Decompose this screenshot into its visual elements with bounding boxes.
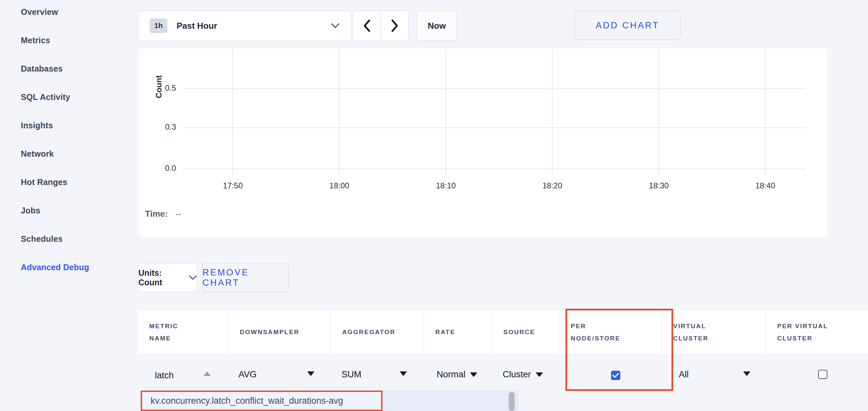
time-window-pager: [353, 10, 409, 41]
header-source: SOURCE: [492, 311, 559, 353]
time-range-badge: 1h: [150, 19, 167, 33]
header-downsampler: DOWNSAMPLER: [228, 311, 330, 353]
virtual-cluster-select[interactable]: All: [679, 370, 689, 380]
y-gridline: [182, 127, 806, 128]
aggregator-select-arrow[interactable]: [400, 371, 407, 376]
rate-value: Normal: [437, 370, 465, 380]
header-per-virtual-cluster: PER VIRTUAL CLUSTER: [766, 311, 868, 353]
metric-name-input[interactable]: [155, 369, 205, 382]
metric-table-header: METRIC NAME DOWNSAMPLER AGGREGATOR RATE …: [138, 311, 868, 353]
downsampler-value: AVG: [239, 370, 257, 380]
sidebar-item-metrics[interactable]: Metrics: [21, 36, 89, 64]
aggregator-value: SUM: [342, 370, 361, 380]
remove-chart-button[interactable]: REMOVE CHART: [202, 263, 289, 292]
virtual-cluster-value: All: [679, 370, 689, 380]
header-virtual-cluster: VIRTUAL CLUSTER: [662, 311, 765, 353]
sidebar: Overview Metrics Databases SQL Activity …: [0, 0, 138, 411]
x-tick-label: 17:50: [210, 181, 256, 190]
y-tick-label: 0.3: [149, 123, 176, 132]
header-rate: RATE: [424, 311, 491, 353]
triangle-down-icon: [307, 371, 314, 376]
chevron-down-icon: [189, 275, 197, 280]
x-tick-label: 18:30: [636, 181, 682, 190]
hover-time-value: --: [175, 209, 181, 219]
time-range-dropdown[interactable]: 1h Past Hour: [138, 10, 351, 41]
per-node-store-checkbox[interactable]: [611, 371, 620, 380]
chart-card: Count 17:5018:0018:1018:2018:3018:400.50…: [138, 48, 828, 238]
sidebar-item-network[interactable]: Network: [21, 149, 89, 177]
chevron-right-icon: [391, 20, 399, 32]
units-dropdown[interactable]: Units: Count: [138, 263, 197, 292]
triangle-up-icon: [204, 371, 211, 376]
checkmark-icon: [612, 373, 619, 378]
sidebar-item-databases[interactable]: Databases: [21, 64, 89, 92]
rate-select[interactable]: Normal: [437, 370, 477, 380]
x-gridline: [339, 49, 340, 176]
y-tick-label: 0.5: [149, 83, 176, 93]
triangle-down-icon: [400, 371, 407, 376]
metric-suggestion-item[interactable]: kv.concurrency.latch_conflict_wait_durat…: [143, 392, 380, 409]
now-button[interactable]: Now: [417, 10, 457, 41]
x-tick-label: 18:10: [423, 181, 469, 190]
header-per-node-store: PER NODE/STORE: [559, 311, 661, 353]
suggestions-scrollbar-thumb[interactable]: [509, 392, 515, 411]
y-tick-label: 0.0: [149, 164, 176, 173]
hover-time-label: Time:: [145, 209, 168, 219]
custom-chart-page: Overview Metrics Databases SQL Activity …: [0, 0, 868, 411]
time-range-label: Past Hour: [177, 21, 331, 31]
source-select[interactable]: Cluster: [503, 370, 543, 380]
chevron-down-icon: [331, 23, 340, 28]
x-gridline: [232, 49, 233, 176]
triangle-down-icon: [743, 371, 750, 376]
sidebar-item-jobs[interactable]: Jobs: [21, 206, 89, 234]
x-gridline: [552, 49, 553, 176]
sidebar-item-schedules[interactable]: Schedules: [21, 234, 89, 263]
header-aggregator: AGGREGATOR: [331, 311, 423, 353]
triangle-down-icon: [470, 372, 477, 377]
triangle-down-icon: [536, 372, 543, 377]
x-tick-label: 18:00: [316, 181, 362, 190]
virtual-cluster-select-arrow[interactable]: [743, 371, 750, 376]
x-gridline: [765, 49, 766, 176]
add-chart-button[interactable]: ADD CHART: [575, 11, 680, 40]
sidebar-item-insights[interactable]: Insights: [21, 121, 89, 149]
header-metric-name: METRIC NAME: [138, 311, 227, 353]
plot-area: 17:5018:0018:1018:2018:3018:400.50.30.0: [182, 49, 806, 176]
sidebar-item-advanced-debug[interactable]: Advanced Debug: [21, 263, 89, 291]
y-gridline: [182, 169, 806, 169]
x-gridline: [659, 49, 659, 176]
metric-suggestions-panel: kv.concurrency.latch_conflict_wait_durat…: [142, 390, 519, 411]
sidebar-item-sql-activity[interactable]: SQL Activity: [21, 92, 89, 121]
hover-time-readout: Time: --: [145, 209, 181, 219]
prev-time-window-button[interactable]: [353, 10, 381, 41]
downsampler-select-arrow[interactable]: [307, 371, 314, 376]
sidebar-item-overview[interactable]: Overview: [21, 7, 89, 36]
source-value: Cluster: [503, 370, 531, 380]
x-tick-label: 18:40: [742, 181, 788, 190]
y-gridline: [182, 89, 806, 89]
sidebar-nav-list: Overview Metrics Databases SQL Activity …: [21, 7, 89, 291]
downsampler-select[interactable]: AVG: [239, 370, 257, 380]
chevron-left-icon: [363, 20, 371, 32]
metric-name-sort-toggle[interactable]: [204, 371, 211, 376]
per-virtual-cluster-checkbox[interactable]: [818, 370, 827, 379]
x-gridline: [445, 49, 446, 176]
units-dropdown-label: Units: Count: [138, 268, 184, 287]
x-tick-label: 18:20: [529, 181, 576, 190]
aggregator-select[interactable]: SUM: [342, 370, 361, 380]
next-time-window-button[interactable]: [380, 10, 409, 41]
sidebar-item-hot-ranges[interactable]: Hot Ranges: [21, 177, 89, 206]
